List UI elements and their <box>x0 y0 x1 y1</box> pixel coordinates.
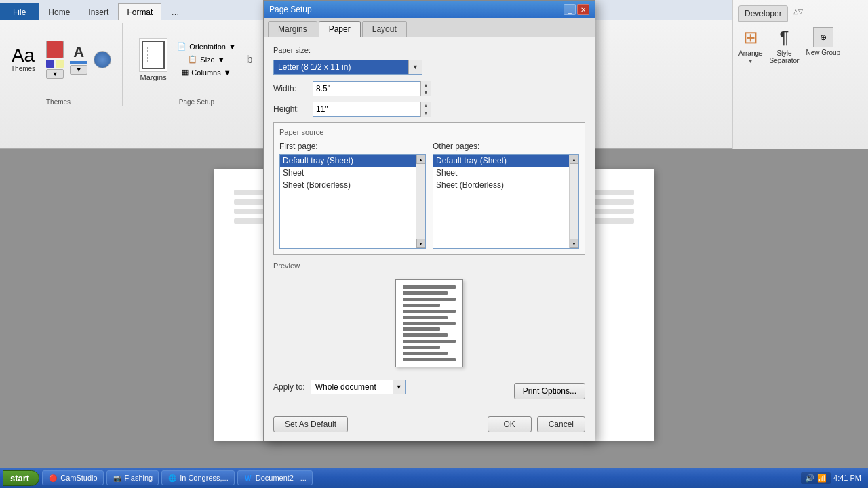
start-button[interactable]: start <box>3 470 39 486</box>
new-group-group: ⊕ New Group <box>806 27 841 56</box>
height-input[interactable] <box>313 102 420 116</box>
flashing-label: Flashing <box>125 474 153 482</box>
taskbar-item-document[interactable]: W Document2 - ... <box>237 470 313 485</box>
dialog-close-button[interactable]: ✕ <box>577 4 589 15</box>
set-as-default-button[interactable]: Set As Default <box>273 416 348 432</box>
first-page-col: First page: Default tray (Sheet) Sheet S… <box>279 142 426 249</box>
tab-file[interactable]: File <box>0 3 39 20</box>
apply-to-value: Whole document <box>311 381 393 393</box>
other-pages-scroll-down[interactable]: ▼ <box>570 239 579 248</box>
size-label: Size <box>200 56 214 64</box>
apply-row: Apply to: Whole document ▼ <box>273 380 406 394</box>
first-page-listbox[interactable]: Default tray (Sheet) Sheet Sheet (Border… <box>279 154 426 249</box>
style-separator-group: ¶ StyleSeparator <box>770 27 800 64</box>
camstudio-label: CamStudio <box>60 474 97 482</box>
new-group-icon: ⊕ <box>813 27 833 47</box>
right-panel: Developer △▽ ⊞ Arrange ▼ ¶ StyleSeparato… <box>732 0 868 149</box>
margins-group: Margins <box>139 38 167 81</box>
taskbar-right: 🔊 📶 4:41 PM <box>801 472 865 484</box>
font-dropdown[interactable]: ▼ <box>70 65 87 75</box>
preview-line-5 <box>403 310 456 313</box>
document-label: Document2 - ... <box>256 474 307 482</box>
preview-line-2 <box>403 291 448 295</box>
first-page-scroll-down[interactable]: ▼ <box>416 239 426 248</box>
tab-margins[interactable]: Margins <box>268 21 317 37</box>
margins-preview[interactable] <box>139 38 167 72</box>
width-label: Width: <box>273 84 307 94</box>
paper-size-select[interactable]: Letter (8 1/2 x 11 in) ▼ <box>273 60 422 75</box>
preview-line-4 <box>403 304 440 307</box>
height-row: Height: ▲ ▼ <box>273 102 585 117</box>
other-page-item-default[interactable]: Default tray (Sheet) <box>433 155 578 167</box>
panel-icons: △▽ <box>791 5 806 22</box>
tab-insert[interactable]: Insert <box>79 3 117 20</box>
preview-line-3 <box>403 298 456 301</box>
columns-arrow: ▼ <box>224 68 231 77</box>
dialog-titlebar: Page Setup _ ✕ <box>264 1 595 18</box>
themes-icon: Aa <box>12 46 35 65</box>
taskbar-item-camstudio[interactable]: 🔴 CamStudio <box>42 470 103 485</box>
start-label: start <box>10 473 29 483</box>
arrange-group: ⊞ Arrange ▼ <box>738 27 763 64</box>
paper-size-value: Letter (8 1/2 x 11 in) <box>274 60 408 74</box>
columns-button[interactable]: ▦ Columns ▼ <box>178 66 235 78</box>
apply-to-label: Apply to: <box>273 382 305 392</box>
tab-paper[interactable]: Paper <box>319 21 361 37</box>
arrange-label: Arrange <box>738 49 763 57</box>
font-a-underline <box>70 61 87 64</box>
paper-size-arrow[interactable]: ▼ <box>408 60 422 74</box>
color-swatches-row <box>46 60 64 68</box>
cancel-button[interactable]: Cancel <box>537 416 585 432</box>
other-page-item-sheet[interactable]: Sheet <box>433 167 578 179</box>
ok-button[interactable]: OK <box>488 416 532 432</box>
apply-to-arrow[interactable]: ▼ <box>393 380 405 394</box>
tab-more[interactable]: … <box>162 3 188 20</box>
ribbon-group-page-setup: Margins 📄 Orientation ▼ 📋 Size ▼ <box>139 23 266 106</box>
print-options-button[interactable]: Print Options... <box>514 383 585 399</box>
themes-button[interactable]: Aa Themes <box>5 43 41 75</box>
camstudio-icon: 🔴 <box>48 473 58 483</box>
system-tray: 🔊 📶 <box>801 472 831 484</box>
preview-line-1 <box>403 285 456 289</box>
swatch-yellow <box>56 60 64 68</box>
taskbar-item-congress[interactable]: 🌐 In Congress,... <box>161 470 235 485</box>
first-page-item-sheet[interactable]: Sheet <box>280 167 425 179</box>
tray-icon-2: 📶 <box>817 474 827 483</box>
first-page-scroll-up[interactable]: ▲ <box>416 155 426 164</box>
dialog-minimize-button[interactable]: _ <box>564 4 576 15</box>
tab-layout[interactable]: Layout <box>362 21 407 37</box>
color-group: ▼ <box>46 41 64 79</box>
developer-tab[interactable]: Developer <box>738 5 788 22</box>
page-setup-group-label: Page Setup <box>139 96 254 106</box>
size-button[interactable]: 📋 Size ▼ <box>184 54 229 65</box>
width-up[interactable]: ▲ <box>421 81 431 89</box>
taskbar-item-flashing[interactable]: 📷 Flashing <box>106 470 159 485</box>
width-input[interactable] <box>313 82 420 96</box>
orientation-group: 📄 Orientation ▼ 📋 Size ▼ ▦ Columns ▼ <box>173 41 240 78</box>
first-page-item-borderless[interactable]: Sheet (Borderless) <box>280 179 425 191</box>
orientation-button[interactable]: 📄 Orientation ▼ <box>173 41 240 52</box>
dialog-title: Page Setup <box>269 5 312 14</box>
width-down[interactable]: ▼ <box>421 89 431 96</box>
themes-label: Themes <box>11 65 35 73</box>
tab-home[interactable]: Home <box>39 3 79 20</box>
height-down[interactable]: ▼ <box>421 109 431 117</box>
ribbon-group-themes: Aa Themes ▼ A ▼ <box>5 23 123 106</box>
dialog-footer: Set As Default OK Cancel <box>264 412 595 441</box>
first-page-item-default[interactable]: Default tray (Sheet) <box>280 155 425 167</box>
size-arrow: ▼ <box>218 56 225 64</box>
height-up[interactable]: ▲ <box>421 102 431 109</box>
first-page-label: First page: <box>279 142 426 151</box>
other-pages-scroll-up[interactable]: ▲ <box>570 155 579 164</box>
tray-icon-1: 🔊 <box>805 474 814 483</box>
width-spinner: ▲ ▼ <box>420 81 431 96</box>
swatch-blue <box>46 60 54 68</box>
height-spinner: ▲ ▼ <box>420 102 431 117</box>
page-setup-expand[interactable]: b <box>245 53 254 66</box>
other-page-item-borderless[interactable]: Sheet (Borderless) <box>433 179 578 191</box>
style-separator-label: StyleSeparator <box>770 49 800 64</box>
tab-format[interactable]: Format <box>118 3 161 20</box>
other-pages-listbox[interactable]: Default tray (Sheet) Sheet Sheet (Border… <box>433 154 579 249</box>
color-picker-btn[interactable]: ▼ <box>46 69 64 79</box>
apply-to-select[interactable]: Whole document ▼ <box>311 380 406 394</box>
